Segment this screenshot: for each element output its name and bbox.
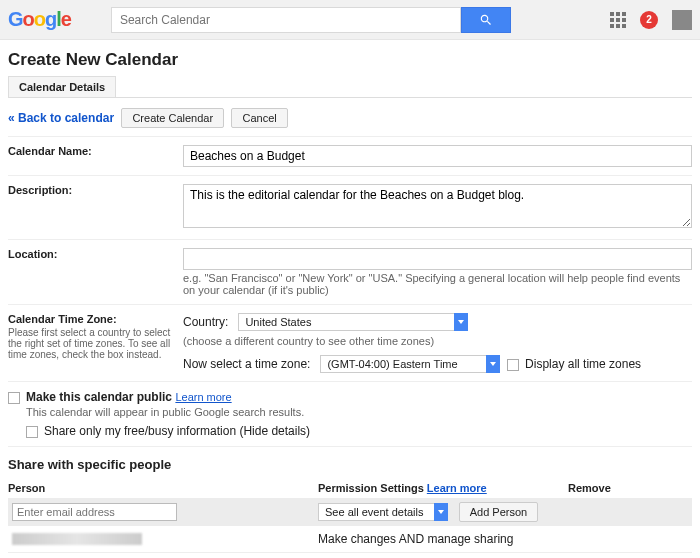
tab-calendar-details[interactable]: Calendar Details bbox=[8, 76, 116, 97]
email-input[interactable] bbox=[12, 503, 177, 521]
calendar-name-label: Calendar Name: bbox=[8, 145, 92, 157]
country-select[interactable]: United States bbox=[238, 313, 468, 331]
shared-user bbox=[12, 533, 142, 545]
back-to-calendar-link[interactable]: « Back to calendar bbox=[8, 111, 114, 125]
chevron-down-icon bbox=[434, 503, 448, 521]
apps-icon[interactable] bbox=[610, 12, 626, 28]
page-title: Create New Calendar bbox=[8, 50, 692, 70]
search-input[interactable] bbox=[111, 7, 461, 33]
make-public-label: Make this calendar public bbox=[26, 390, 172, 404]
timezone-select[interactable]: (GMT-04:00) Eastern Time bbox=[320, 355, 500, 373]
description-input[interactable] bbox=[183, 184, 692, 228]
avatar[interactable] bbox=[672, 10, 692, 30]
country-help: (choose a different country to see other… bbox=[183, 335, 692, 347]
freebusy-checkbox[interactable] bbox=[26, 426, 38, 438]
column-person: Person bbox=[8, 482, 318, 494]
calendar-name-input[interactable] bbox=[183, 145, 692, 167]
timezone-hint: Please first select a country to select … bbox=[8, 327, 183, 360]
country-label: Country: bbox=[183, 315, 228, 329]
timezone-select-label: Now select a time zone: bbox=[183, 357, 310, 371]
column-remove: Remove bbox=[568, 482, 692, 494]
chevron-down-icon bbox=[486, 355, 500, 373]
make-public-checkbox[interactable] bbox=[8, 392, 20, 404]
cancel-button[interactable]: Cancel bbox=[231, 108, 287, 128]
location-input[interactable] bbox=[183, 248, 692, 270]
search-button[interactable] bbox=[461, 7, 511, 33]
chevron-down-icon bbox=[454, 313, 468, 331]
freebusy-label: Share only my free/busy information (Hid… bbox=[44, 424, 310, 438]
search-icon bbox=[479, 13, 493, 27]
public-description: This calendar will appear in public Goog… bbox=[26, 406, 310, 418]
location-help: e.g. "San Francisco" or "New York" or "U… bbox=[183, 272, 692, 296]
notifications-badge[interactable]: 2 bbox=[640, 11, 658, 29]
share-heading: Share with specific people bbox=[8, 446, 692, 478]
timezone-label: Calendar Time Zone: bbox=[8, 313, 117, 325]
description-label: Description: bbox=[8, 184, 72, 196]
all-timezones-label: Display all time zones bbox=[525, 357, 641, 371]
all-timezones-checkbox[interactable] bbox=[507, 359, 519, 371]
permission-select[interactable]: See all event details bbox=[318, 503, 448, 521]
public-learn-more-link[interactable]: Learn more bbox=[175, 391, 231, 403]
permission-learn-more-link[interactable]: Learn more bbox=[427, 482, 487, 494]
add-person-button[interactable]: Add Person bbox=[459, 502, 538, 522]
create-calendar-button[interactable]: Create Calendar bbox=[121, 108, 224, 128]
shared-user-permission: Make changes AND manage sharing bbox=[318, 532, 568, 546]
column-permission: Permission Settings bbox=[318, 482, 424, 494]
location-label: Location: bbox=[8, 248, 58, 260]
google-logo: Google bbox=[8, 8, 71, 31]
